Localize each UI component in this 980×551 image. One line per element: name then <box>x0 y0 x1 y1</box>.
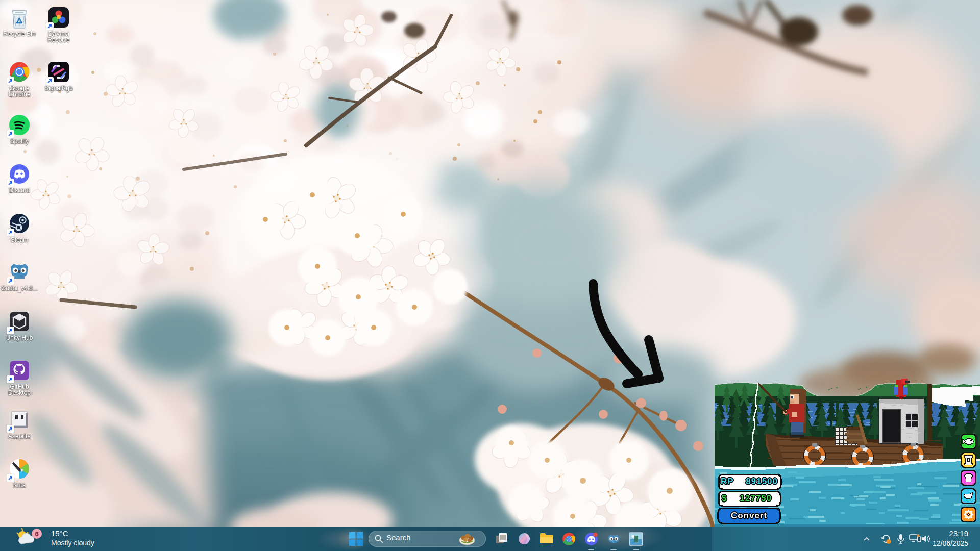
svg-text:6: 6 <box>35 530 38 538</box>
